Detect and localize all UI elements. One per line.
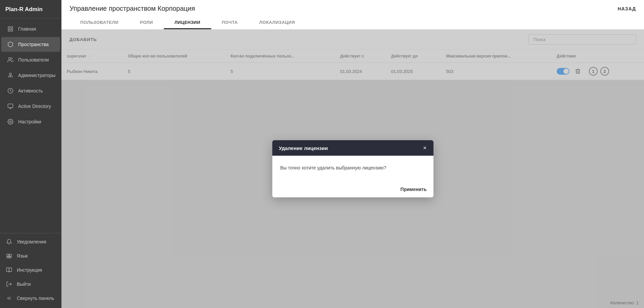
collapse-icon — [5, 295, 13, 302]
bell-icon — [5, 238, 13, 245]
sidebar-item-collapse[interactable]: Свернуть панель — [0, 291, 61, 305]
sidebar-item-activity[interactable]: Активность — [1, 83, 60, 98]
svg-rect-16 — [9, 257, 11, 258]
header-row: Управление пространством Корпорация НАЗА… — [70, 5, 636, 12]
tab-users[interactable]: ПОЛЬЗОВАТЕЛИ — [70, 16, 129, 29]
sidebar-item-label: Свернуть панель — [17, 296, 54, 301]
svg-rect-2 — [8, 30, 10, 31]
sidebar-item-label: Active Directory — [18, 104, 51, 109]
svg-rect-9 — [8, 104, 13, 108]
book-icon — [5, 266, 13, 274]
sidebar-item-label: Пользователи — [18, 57, 49, 63]
tab-mail[interactable]: ПОЧТА — [211, 16, 249, 29]
sidebar-item-label: Главная — [18, 26, 36, 32]
sidebar-item-label: Активность — [18, 88, 43, 93]
sidebar-item-active-directory[interactable]: Active Directory — [1, 99, 60, 114]
modal-close-button[interactable]: × — [423, 145, 427, 151]
sidebar-item-manual[interactable]: Инструкция — [0, 263, 61, 277]
svg-point-5 — [9, 73, 11, 75]
svg-rect-0 — [8, 27, 10, 28]
directory-icon — [7, 103, 14, 110]
svg-rect-14 — [9, 254, 11, 256]
tab-licenses[interactable]: ЛИЦЕНЗИИ — [164, 16, 211, 29]
sidebar-item-home[interactable]: Главная — [1, 22, 60, 36]
svg-rect-13 — [7, 254, 9, 256]
svg-rect-1 — [11, 27, 13, 28]
modal-body: Вы точно хотите удалить выбранную лиценз… — [272, 156, 433, 183]
sidebar-item-label: Выйти — [17, 281, 31, 287]
modal-header: Удаление лицензии × — [272, 140, 433, 156]
back-button[interactable]: НАЗАД — [617, 6, 636, 11]
modal-text: Вы точно хотите удалить выбранную лиценз… — [280, 165, 425, 170]
box-icon — [7, 41, 14, 48]
page-title: Управление пространством Корпорация — [70, 5, 195, 12]
svg-point-12 — [10, 121, 11, 123]
content-area: ДОБАВИТЬ superuser ↑ Общее кол-во пользо… — [61, 30, 644, 308]
admin-icon — [7, 72, 14, 79]
users-icon — [7, 56, 14, 64]
sidebar-item-spaces[interactable]: Пространства — [1, 37, 60, 52]
svg-rect-15 — [7, 257, 9, 258]
sidebar-item-label: Пространства — [18, 42, 49, 47]
top-header: Управление пространством Корпорация НАЗА… — [61, 0, 644, 30]
tabs: ПОЛЬЗОВАТЕЛИ РОЛИ ЛИЦЕНЗИИ ПОЧТА ЛОКАЛИЗ… — [70, 16, 636, 29]
exit-icon — [5, 280, 13, 288]
sidebar-item-label: Язык — [17, 253, 28, 259]
clock-icon — [7, 87, 14, 94]
sidebar-item-users[interactable]: Пользователи — [1, 52, 60, 67]
modal-footer: Применить — [272, 183, 433, 197]
sidebar-item-language[interactable]: Язык — [0, 249, 61, 263]
gear-icon — [7, 118, 14, 125]
sidebar-item-notifications[interactable]: Уведомления — [0, 235, 61, 249]
sidebar-item-admins[interactable]: Администраторы — [1, 68, 60, 83]
svg-rect-3 — [11, 30, 13, 31]
svg-point-4 — [9, 57, 11, 60]
sidebar: Plan-R Admin Главная Пространства Пользо… — [0, 0, 61, 308]
modal-title: Удаление лицензии — [279, 145, 328, 151]
home-icon — [7, 25, 14, 33]
app-logo: Plan-R Admin — [0, 0, 61, 18]
sidebar-item-label: Инструкция — [17, 267, 42, 273]
apply-button[interactable]: Применить — [401, 187, 427, 192]
sidebar-item-label: Настройки — [18, 119, 41, 124]
sidebar-nav: Главная Пространства Пользователи Админи… — [0, 18, 61, 233]
modal-overlay[interactable]: Удаление лицензии × Вы точно хотите удал… — [61, 30, 644, 308]
sidebar-item-settings[interactable]: Настройки — [1, 114, 60, 129]
sidebar-item-label: Уведомления — [17, 239, 46, 244]
sidebar-item-logout[interactable]: Выйти — [0, 277, 61, 291]
tab-localization[interactable]: ЛОКАЛИЗАЦИЯ — [248, 16, 306, 29]
sidebar-bottom: Уведомления Язык Инструкция Выйти Сверну… — [0, 233, 61, 308]
lang-icon — [5, 252, 13, 260]
tab-roles[interactable]: РОЛИ — [129, 16, 164, 29]
delete-license-modal: Удаление лицензии × Вы точно хотите удал… — [272, 140, 433, 197]
sidebar-item-label: Администраторы — [18, 73, 55, 78]
main-content: Управление пространством Корпорация НАЗА… — [61, 0, 644, 308]
